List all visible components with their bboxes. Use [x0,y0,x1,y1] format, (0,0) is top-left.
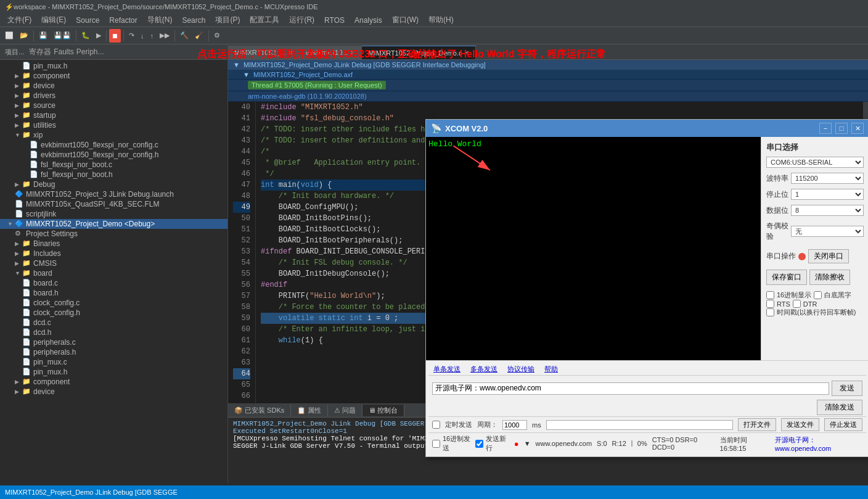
step-into-btn[interactable]: ↓ [138,29,147,43]
resume-btn[interactable]: ▶▶ [157,29,172,43]
send-input[interactable] [432,382,829,395]
menu-analysis[interactable]: Analysis [350,15,387,26]
serial-close-btn[interactable]: 关闭串口 [808,249,849,263]
project-explorer-label: 项目... [2,47,27,57]
send-tab-help[interactable]: 帮助 [539,363,563,375]
tree-item-device[interactable]: ▶ 📁 device [0,81,227,91]
parity-select[interactable]: 无 [791,226,864,237]
tree-item-source[interactable]: ▶ 📁 source [0,101,227,110]
tree-item-pin-c[interactable]: 📄 pin_mux.c [0,357,227,367]
tab-properties[interactable]: 📋 属性 [291,405,328,416]
tree-item-launch[interactable]: 🔷 MIMXRT1052_Project_3 JLink Debug.launc… [0,189,227,199]
menu-project[interactable]: 项目(P) [210,14,245,27]
tree-item-drivers[interactable]: ▶ 📁 drivers [0,91,227,101]
tree-item-xip[interactable]: ▼ 📁 xip [0,130,227,140]
xcom-close-btn[interactable]: ✕ [851,123,864,134]
tree-item-project[interactable]: ▼ 🔷 MIMXRT1052_Project_Demo <Debug> [0,219,227,229]
clean-btn[interactable]: 🧹 [192,29,206,43]
tree-item-clock-h[interactable]: 📄 clock_config.h [0,308,227,318]
stop-select[interactable]: 1 [791,189,864,200]
tree-item-clock-c[interactable]: 📄 clock_config.c [0,298,227,308]
baud-row: 波特率 115200 [766,173,864,184]
settings-btn[interactable]: ⚙ [211,29,223,43]
tree-item-flm[interactable]: 📄 MIMXRT105x_QuadSPI_4KB_SEC.FLM [0,199,227,209]
timestamp-check[interactable] [766,308,774,316]
menu-edit[interactable]: 编辑(E) [36,14,71,27]
menu-help[interactable]: 帮助(H) [424,14,459,27]
tree-item-startup[interactable]: ▶ 📁 startup [0,110,227,120]
menu-source[interactable]: Source [71,15,104,26]
tree-item-fsl-h[interactable]: 📄 fsl_flexspi_nor_boot.h [0,170,227,179]
hex-display-label: 16进制显示 [777,291,811,300]
send-tab-single[interactable]: 单条发送 [428,363,465,375]
step-out-btn[interactable]: ↑ [148,29,157,43]
open-btn[interactable]: 📂 [17,29,31,43]
save-all-btn[interactable]: 💾💾 [51,29,73,43]
new-btn[interactable]: ⬜ [2,29,16,43]
clear-send-btn[interactable]: 清除发送 [817,400,862,415]
tree-item-project-settings[interactable]: ⚙ Project Settings [0,229,227,239]
debug-btn[interactable]: 🐛 [79,29,92,43]
tree-item-dcd-h[interactable]: 📄 dcd.h [0,328,227,337]
rts-check[interactable] [766,300,774,308]
build-btn[interactable]: 🔨 [178,29,191,43]
tree-item-binaries[interactable]: ▶ 📁 Binaries [0,239,227,249]
tree-item-cmsis[interactable]: ▶ 📁 CMSIS [0,258,227,268]
port-select[interactable]: COM6:USB-SERIAL [766,157,864,168]
clear-recv-btn[interactable]: 清除擦收 [809,270,850,285]
xcom-minimize-btn[interactable]: − [819,123,832,134]
hex-send-check[interactable] [432,440,440,448]
send-file-btn[interactable]: 发送文件 [781,418,819,431]
tree-item-debug[interactable]: ▶ 📁 Debug [0,179,227,189]
tree-item-pin-h2[interactable]: 📄 pin_mux.h [0,367,227,377]
open-file-btn[interactable]: 打开文件 [738,418,776,431]
menu-config[interactable]: 配置工具 [245,14,284,27]
run-btn[interactable]: ▶ [94,29,104,43]
xcom-maximize-btn[interactable]: □ [835,123,848,134]
menu-navigate[interactable]: 导航(N) [142,14,178,27]
save-btn[interactable]: 💾 [36,29,50,43]
tree-item-board-c[interactable]: 📄 board.c [0,278,227,288]
tree-item-board-h[interactable]: 📄 board.h [0,288,227,298]
tree-item-board[interactable]: ▼ 📁 board [0,268,227,278]
send-tab-proto[interactable]: 协议传输 [502,363,539,375]
save-window-btn[interactable]: 保存窗口 [766,270,807,285]
stop-btn[interactable]: ⏹ [109,29,121,43]
tree-item-device2[interactable]: ▶ 📁 device [0,387,227,397]
menu-rtos[interactable]: RTOS [319,15,350,26]
tab-problems[interactable]: ⚠ 问题 [328,405,362,416]
tree-item-component2[interactable]: ▶ 📁 component [0,377,227,387]
step-over-btn[interactable]: ↷ [126,29,137,43]
baud-select[interactable]: 115200 [791,173,864,184]
menu-run[interactable]: 运行(R) [284,14,319,27]
hex-display-row: 16进制显示 白底黑字 [766,291,864,300]
tree-item-includes[interactable]: ▶ 📁 Includes [0,249,227,258]
data-select[interactable]: 8 [791,205,864,216]
tree-item-utilities[interactable]: ▶ 📁 utilities [0,120,227,130]
period-input[interactable] [502,420,527,430]
extra-send-input[interactable] [546,420,733,430]
tree-item-periph-c[interactable]: 📄 peripherals.c [0,337,227,347]
tree-item-periph-h[interactable]: 📄 peripherals.h [0,347,227,357]
tab-console[interactable]: 🖥 控制台 [362,405,404,416]
tab-installed-sdks[interactable]: 📦 已安装 SDKs [228,405,291,416]
menu-window[interactable]: 窗口(W) [387,14,424,27]
tree-item-component[interactable]: ▶ 📁 component [0,71,227,81]
tree-item-scriptjlink[interactable]: 📄 scriptjlink [0,209,227,219]
tree-item-evkb-h[interactable]: 📄 evkbimxrt1050_flexspi_nor_config.h [0,150,227,160]
tree-item-pin-mux-h[interactable]: 📄 pin_mux.h [0,61,227,71]
dtr-check[interactable] [793,300,801,308]
send-tab-multi[interactable]: 多条发送 [465,363,502,375]
tree-item-fsl-c[interactable]: 📄 fsl_flexspi_nor_boot.c [0,160,227,170]
newline-check[interactable] [475,440,483,448]
send-btn[interactable]: 发送 [832,381,862,396]
hex-display-check[interactable] [766,291,774,299]
tree-item-evkb-c[interactable]: 📄 evkbimxrt1050_flexspi_nor_config.c [0,140,227,150]
timed-send-check[interactable] [432,421,440,429]
menu-file[interactable]: 文件(F) [2,14,36,27]
menu-search[interactable]: Search [177,15,210,26]
tree-item-dcd-c[interactable]: 📄 dcd.c [0,318,227,328]
menu-refactor[interactable]: Refactor [104,15,142,26]
white-bg-check[interactable] [814,291,822,299]
stop-send-btn[interactable]: 停止发送 [824,418,862,431]
